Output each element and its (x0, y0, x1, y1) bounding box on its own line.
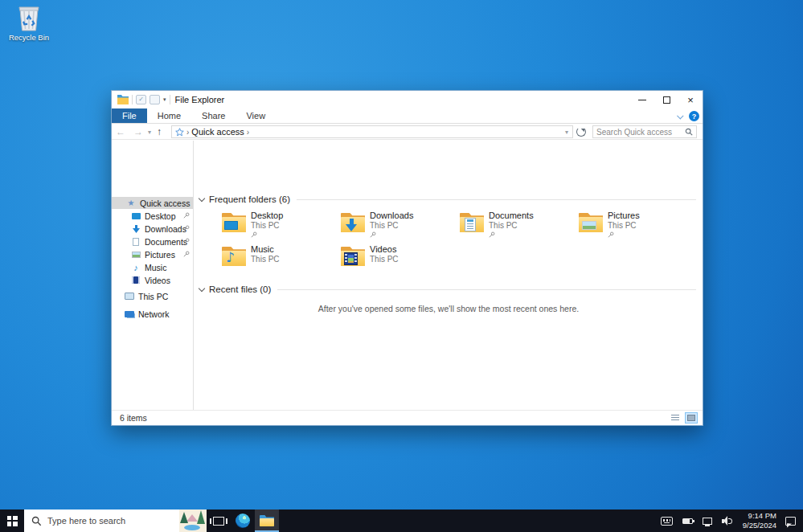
pin-icon (489, 231, 495, 238)
file-explorer-icon (260, 515, 274, 526)
start-button[interactable] (0, 509, 24, 532)
taskbar-clock[interactable]: 9:14 PM 9/25/2024 (738, 511, 781, 530)
taskbar-search-box[interactable] (24, 509, 207, 532)
breadcrumb-chevron: › (186, 128, 189, 137)
network-tray-button[interactable] (698, 509, 717, 532)
maximize-button[interactable] (654, 91, 678, 108)
document-icon (131, 238, 141, 246)
toolbar-separator (132, 95, 133, 104)
recycle-bin-label: Recycle Bin (3, 33, 55, 42)
pin-icon (183, 238, 190, 244)
recycle-bin-shortcut[interactable]: Recycle Bin (3, 3, 55, 45)
section-frequent-folders: Frequent folders (6) (198, 194, 696, 205)
folder-tile-videos[interactable]: Videos This PC (341, 244, 458, 276)
address-field[interactable]: › Quick access › ▾ (171, 125, 573, 138)
collapse-section-icon[interactable] (199, 285, 205, 292)
sidebar-item-desktop[interactable]: Desktop (112, 210, 193, 222)
collapse-section-icon[interactable] (199, 195, 205, 202)
quick-access-toolbar: ✓ ▾ (112, 95, 170, 104)
back-button[interactable]: ← (112, 126, 129, 137)
picture-icon (131, 252, 141, 258)
touch-keyboard-icon (661, 517, 673, 526)
up-button[interactable]: ↑ (152, 126, 166, 137)
touch-keyboard-button[interactable] (656, 509, 678, 532)
pin-icon (183, 212, 190, 219)
customize-toolbar-dropdown[interactable]: ▾ (163, 96, 166, 103)
folder-tile-documents[interactable]: Documents This PC (460, 211, 577, 243)
computer-icon (125, 293, 134, 300)
windows-logo-icon (7, 516, 18, 526)
folder-icon (341, 245, 365, 268)
network-icon (703, 518, 712, 525)
taskbar: 9:14 PM 9/25/2024 (0, 509, 803, 532)
forward-button[interactable]: → (129, 126, 147, 137)
help-button[interactable]: ? (689, 111, 699, 121)
navigation-pane: ★ Quick access Desktop Downloads Documen… (112, 141, 194, 410)
folder-tile-desktop[interactable]: Desktop This PC (222, 211, 339, 243)
sidebar-item-music[interactable]: ♪ Music (112, 261, 193, 273)
folder-tile-downloads[interactable]: Downloads This PC (341, 211, 458, 243)
refresh-icon[interactable] (576, 127, 586, 137)
ribbon-tab-strip: File Home Share View ? (112, 108, 703, 124)
folder-icon (341, 211, 365, 234)
details-view-button[interactable] (669, 412, 682, 424)
tab-file[interactable]: File (112, 108, 147, 123)
battery-tray-button[interactable] (678, 509, 698, 532)
battery-icon (682, 518, 693, 524)
pin-icon (251, 231, 257, 238)
task-view-icon (213, 517, 224, 526)
section-recent-files: Recent files (0) (198, 284, 696, 295)
file-explorer-window: ✓ ▾ File Explorer × File Home Share View… (111, 90, 703, 426)
search-input[interactable] (596, 128, 685, 137)
action-center-icon[interactable] (785, 517, 796, 526)
search-icon (31, 516, 42, 526)
minimize-button[interactable] (630, 91, 654, 108)
breadcrumb[interactable]: Quick access (191, 127, 244, 137)
section-rule (297, 199, 696, 200)
close-button[interactable]: × (678, 91, 703, 108)
volume-icon (722, 516, 733, 526)
clock-date: 9/25/2024 (743, 521, 776, 530)
sidebar-item-this-pc[interactable]: This PC (112, 290, 193, 302)
sidebar-item-quick-access[interactable]: ★ Quick access (112, 197, 193, 209)
pin-icon (183, 225, 190, 231)
tab-home[interactable]: Home (147, 108, 191, 123)
sidebar-item-pictures[interactable]: Pictures (112, 248, 193, 260)
new-folder-button[interactable] (150, 95, 160, 104)
item-count: 6 items (120, 413, 147, 423)
clock-time: 9:14 PM (743, 511, 776, 521)
folder-icon (222, 211, 246, 234)
expand-ribbon-icon[interactable] (677, 113, 683, 119)
recent-files-empty-message: After you've opened some files, we'll sh… (195, 304, 703, 313)
quick-access-star-icon (175, 128, 184, 137)
tab-view[interactable]: View (236, 108, 276, 123)
folder-tile-music[interactable]: ♪ Music This PC (222, 244, 339, 276)
breadcrumb-chevron[interactable]: › (247, 128, 249, 137)
sidebar-item-downloads[interactable]: Downloads (112, 223, 193, 235)
folder-icon (460, 211, 484, 234)
sidebar-item-videos[interactable]: Videos (112, 274, 193, 286)
folder-icon (579, 211, 603, 234)
toolbar-separator (170, 95, 170, 104)
network-icon (125, 311, 134, 317)
folder-tile-pictures[interactable]: Pictures This PC (579, 211, 696, 243)
download-icon (131, 225, 141, 233)
window-title: File Explorer (175, 95, 225, 104)
properties-button[interactable]: ✓ (136, 95, 146, 104)
tab-share[interactable]: Share (191, 108, 236, 123)
address-dropdown[interactable]: ▾ (564, 129, 569, 136)
section-rule (277, 289, 696, 290)
search-icon (685, 128, 693, 136)
sidebar-item-documents[interactable]: Documents (112, 235, 193, 248)
edge-taskbar-button[interactable] (231, 509, 255, 532)
music-icon: ♪ (131, 263, 141, 272)
video-icon (131, 276, 141, 284)
desktop-surface[interactable]: Recycle Bin ✓ ▾ File Explorer × (0, 0, 803, 532)
large-icons-view-button[interactable] (685, 412, 698, 424)
volume-tray-button[interactable] (717, 509, 738, 532)
search-highlights-image[interactable] (179, 509, 207, 532)
file-explorer-taskbar-button[interactable] (255, 509, 279, 532)
search-box[interactable] (592, 125, 697, 138)
task-view-button[interactable] (207, 509, 231, 532)
sidebar-item-network[interactable]: Network (112, 308, 193, 320)
